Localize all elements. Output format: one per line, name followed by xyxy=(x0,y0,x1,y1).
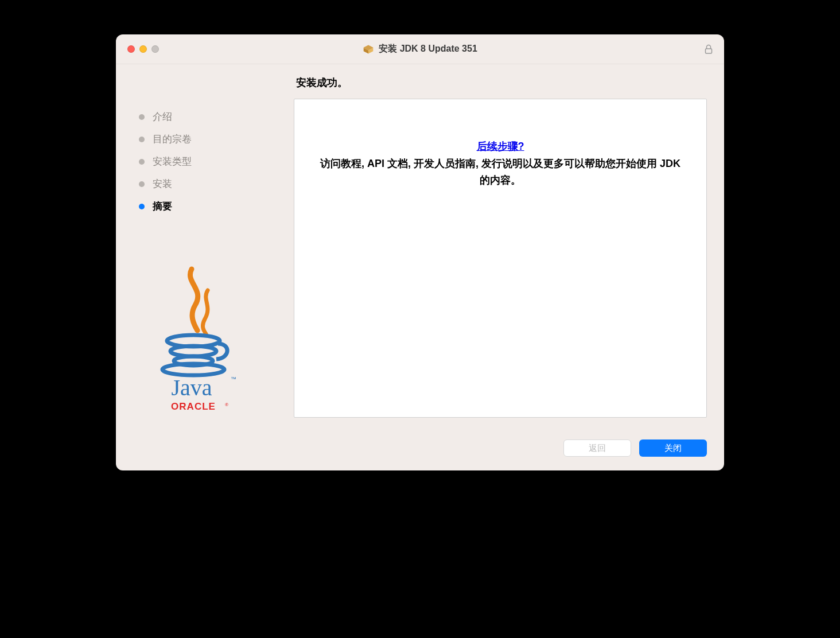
svg-text:™: ™ xyxy=(231,376,236,382)
package-icon xyxy=(363,44,374,55)
step-label: 目的宗卷 xyxy=(153,133,192,146)
step-bullet-icon xyxy=(139,181,145,187)
content-box: 后续步骤? 访问教程, API 文档, 开发人员指南, 发行说明以及更多可以帮助… xyxy=(294,99,707,418)
svg-rect-0 xyxy=(706,49,712,53)
step-bullet-icon xyxy=(139,204,145,209)
step-bullet-icon xyxy=(139,114,145,120)
lock-icon[interactable] xyxy=(705,44,713,55)
installer-window: 安装 JDK 8 Update 351 介绍 目的宗卷 安装类型 xyxy=(116,34,724,470)
install-success-heading: 安装成功。 xyxy=(294,76,707,90)
svg-point-4 xyxy=(162,364,224,375)
window-controls xyxy=(127,45,159,53)
step-introduction: 介绍 xyxy=(139,110,294,123)
window-body: 介绍 目的宗卷 安装类型 安装 摘要 xyxy=(116,64,724,429)
content-description: 访问教程, API 文档, 开发人员指南, 发行说明以及更多可以帮助您开始使用 … xyxy=(306,155,695,189)
svg-text:Java: Java xyxy=(171,375,212,400)
step-bullet-icon xyxy=(139,159,145,165)
svg-text:ORACLE: ORACLE xyxy=(171,401,216,412)
zoom-window-button xyxy=(151,45,159,53)
step-summary: 摘要 xyxy=(139,200,294,213)
window-title: 安装 JDK 8 Update 351 xyxy=(379,43,477,55)
svg-text:®: ® xyxy=(225,402,228,407)
step-label: 安装类型 xyxy=(153,155,192,168)
step-label: 摘要 xyxy=(153,200,172,213)
step-install-type: 安装类型 xyxy=(139,155,294,168)
content-area: 安装成功。 后续步骤? 访问教程, API 文档, 开发人员指南, 发行说明以及… xyxy=(294,76,707,418)
step-install: 安装 xyxy=(139,177,294,190)
back-button: 返回 xyxy=(563,439,631,457)
next-steps-link[interactable]: 后续步骤? xyxy=(477,141,524,152)
minimize-window-button[interactable] xyxy=(139,45,147,53)
step-bullet-icon xyxy=(139,137,145,142)
sidebar: 介绍 目的宗卷 安装类型 安装 摘要 xyxy=(133,76,294,418)
close-button[interactable]: 关闭 xyxy=(639,439,707,457)
step-label: 安装 xyxy=(153,177,172,190)
step-list: 介绍 目的宗卷 安装类型 安装 摘要 xyxy=(133,110,294,213)
titlebar: 安装 JDK 8 Update 351 xyxy=(116,34,724,64)
step-destination: 目的宗卷 xyxy=(139,133,294,146)
step-label: 介绍 xyxy=(153,110,172,123)
java-logo: Java ™ ORACLE ® xyxy=(133,266,294,418)
close-window-button[interactable] xyxy=(127,45,135,53)
footer: 返回 关闭 xyxy=(116,429,724,470)
